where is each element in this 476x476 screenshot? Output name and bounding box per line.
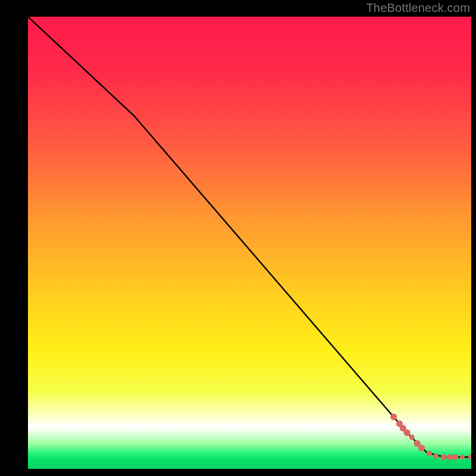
marker-dot xyxy=(447,454,453,460)
main-curve xyxy=(28,17,471,457)
plot-area xyxy=(28,17,471,469)
marker-dot xyxy=(452,454,458,460)
chart-stage: TheBottleneck.com xyxy=(0,0,476,476)
marker-dot xyxy=(427,451,432,456)
marker-dot xyxy=(418,444,425,451)
marker-group xyxy=(390,414,471,460)
marker-dot xyxy=(390,414,397,420)
chart-overlay xyxy=(28,17,471,469)
marker-dot xyxy=(441,454,447,460)
marker-dot xyxy=(403,430,410,436)
marker-dot xyxy=(460,455,465,459)
marker-dot xyxy=(433,453,439,459)
attribution-text: TheBottleneck.com xyxy=(366,1,470,15)
marker-dot xyxy=(468,454,471,460)
marker-dot xyxy=(409,434,415,440)
